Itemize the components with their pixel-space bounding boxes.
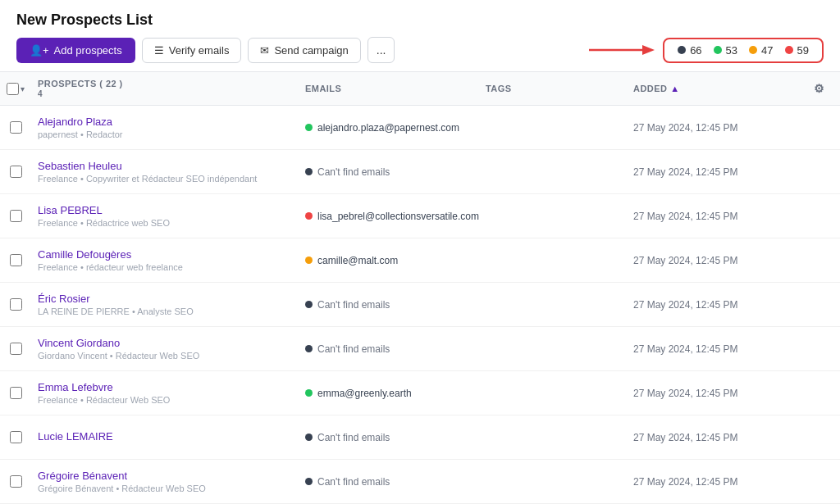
prospect-name[interactable]: Éric Rosier — [38, 293, 292, 305]
added-cell: 27 May 2024, 12:45 PM — [627, 343, 807, 355]
stats-wrapper: 66 53 47 59 — [589, 38, 824, 63]
prospect-subtitle: papernest • Redactor — [38, 129, 292, 139]
prospect-subtitle: Freelance • Rédactrice web SEO — [38, 218, 292, 228]
yellow-dot — [749, 46, 757, 54]
prospect-cell: Grégoire Bénavent Grégoire Bénavent • Ré… — [31, 470, 299, 493]
row-checkbox-cell[interactable] — [0, 121, 31, 134]
more-options-button[interactable]: ... — [368, 37, 395, 63]
table-row: Grégoire Bénavent Grégoire Bénavent • Ré… — [0, 460, 840, 504]
prospect-name[interactable]: Grégoire Bénavent — [38, 470, 292, 482]
table-row: Alejandro Plaza papernest • Redactor ale… — [0, 106, 840, 150]
table-header: ▾ PROSPECTS ( 22 ) 4 EMAILS TAGS ADDED ▲… — [0, 71, 840, 106]
stat-red: 59 — [785, 44, 809, 57]
row-checkbox[interactable] — [10, 387, 22, 399]
stat-yellow: 47 — [749, 44, 773, 57]
row-checkbox[interactable] — [10, 210, 22, 222]
email-cell: Can't find emails — [299, 299, 479, 311]
table-row: Vincent Giordano Giordano Vincent • Réda… — [0, 327, 840, 371]
red-arrow — [589, 40, 655, 60]
row-checkbox-cell[interactable] — [0, 298, 31, 311]
prospect-subtitle: Freelance • Copywriter et Rédacteur SEO … — [38, 174, 292, 184]
table-row: Lucie LEMAIRE Can't find emails 27 May 2… — [0, 415, 840, 460]
row-checkbox[interactable] — [10, 298, 22, 311]
row-checkbox-cell[interactable] — [0, 475, 31, 488]
added-header[interactable]: ADDED ▲ — [627, 84, 807, 93]
tags-header: TAGS — [479, 84, 627, 93]
toolbar: 👤+ Add prospects ☰ Verify emails ✉ Send … — [0, 37, 840, 71]
table-row: Éric Rosier LA REINE DE PIERRE • Analyst… — [0, 283, 840, 327]
row-checkbox[interactable] — [10, 343, 22, 355]
add-prospects-button[interactable]: 👤+ Add prospects — [16, 38, 135, 63]
stat-green: 53 — [714, 44, 737, 57]
prospect-name[interactable]: Vincent Giordano — [38, 337, 292, 349]
filter-icon: ⚙ — [814, 82, 824, 95]
email-cell: Can't find emails — [299, 166, 479, 178]
added-cell: 27 May 2024, 12:45 PM — [627, 255, 807, 266]
prospect-cell: Éric Rosier LA REINE DE PIERRE • Analyst… — [31, 293, 299, 316]
row-checkbox[interactable] — [10, 431, 22, 443]
dark-dot — [678, 46, 686, 54]
prospect-subtitle: Freelance • rédacteur web freelance — [38, 262, 292, 272]
email-cell: Can't find emails — [299, 432, 479, 443]
send-icon: ✉ — [260, 44, 269, 57]
check-icon: ☰ — [154, 44, 164, 57]
row-checkbox-cell[interactable] — [0, 254, 31, 266]
prospect-subtitle: Freelance • Rédacteur Web SEO — [38, 395, 292, 405]
prospect-cell: Vincent Giordano Giordano Vincent • Réda… — [31, 337, 299, 361]
row-checkbox[interactable] — [10, 475, 22, 488]
added-cell: 27 May 2024, 12:45 PM — [627, 122, 807, 134]
prospect-subtitle: LA REINE DE PIERRE • Analyste SEO — [38, 306, 292, 316]
filter-header[interactable]: ⚙ — [807, 82, 840, 95]
row-checkbox-cell[interactable] — [0, 387, 31, 399]
email-cell: alejandro.plaza@papernest.com — [299, 122, 479, 134]
emails-header: EMAILS — [299, 84, 479, 93]
prospects-header: PROSPECTS ( 22 ) 4 — [31, 79, 299, 98]
page-title: New Prospects List — [0, 0, 840, 37]
table-row: Sebastien Heuleu Freelance • Copywriter … — [0, 150, 840, 194]
prospect-cell: Alejandro Plaza papernest • Redactor — [31, 116, 299, 139]
row-checkbox-cell[interactable] — [0, 166, 31, 178]
green-dot — [714, 46, 722, 54]
prospect-cell: Emma Lefebvre Freelance • Rédacteur Web … — [31, 381, 299, 405]
verify-emails-button[interactable]: ☰ Verify emails — [142, 38, 242, 63]
stat-dark: 66 — [678, 44, 701, 57]
select-all-checkbox[interactable] — [7, 83, 19, 95]
prospect-name[interactable]: Alejandro Plaza — [38, 116, 292, 128]
row-checkbox-cell[interactable] — [0, 210, 31, 222]
added-cell: 27 May 2024, 12:45 PM — [627, 476, 807, 488]
added-cell: 27 May 2024, 12:45 PM — [627, 211, 807, 222]
prospect-name[interactable]: Emma Lefebvre — [38, 381, 292, 393]
header-checkbox-cell[interactable]: ▾ — [0, 83, 31, 95]
table-row: Lisa PEBREL Freelance • Rédactrice web S… — [0, 194, 840, 238]
table-row: Emma Lefebvre Freelance • Rédacteur Web … — [0, 371, 840, 415]
row-checkbox[interactable] — [10, 121, 22, 134]
prospect-name[interactable]: Lisa PEBREL — [38, 204, 292, 216]
prospect-name[interactable]: Sebastien Heuleu — [38, 160, 292, 172]
added-cell: 27 May 2024, 12:45 PM — [627, 388, 807, 399]
row-checkbox[interactable] — [10, 254, 22, 266]
email-cell: lisa_pebrel@collectionsversatile.com — [299, 211, 479, 222]
email-cell: camille@malt.com — [299, 255, 479, 266]
sort-icon: ▲ — [670, 84, 679, 93]
prospect-cell: Camille Defougères Freelance • rédacteur… — [31, 248, 299, 272]
send-campaign-button[interactable]: ✉ Send campaign — [248, 38, 360, 63]
stats-box: 66 53 47 59 — [663, 38, 824, 63]
row-checkbox-cell[interactable] — [0, 343, 31, 355]
prospect-name[interactable]: Lucie LEMAIRE — [38, 430, 292, 443]
row-checkbox[interactable] — [10, 166, 22, 178]
table-body: Alejandro Plaza papernest • Redactor ale… — [0, 106, 840, 504]
prospect-cell: Sebastien Heuleu Freelance • Copywriter … — [31, 160, 299, 184]
email-cell: Can't find emails — [299, 476, 479, 488]
added-cell: 27 May 2024, 12:45 PM — [627, 432, 807, 443]
prospect-subtitle: Grégoire Bénavent • Rédacteur Web SEO — [38, 484, 292, 493]
prospect-subtitle: Giordano Vincent • Rédacteur Web SEO — [38, 351, 292, 361]
email-cell: emma@greenly.earth — [299, 388, 479, 399]
prospect-cell: Lisa PEBREL Freelance • Rédactrice web S… — [31, 204, 299, 228]
email-cell: Can't find emails — [299, 343, 479, 355]
added-cell: 27 May 2024, 12:45 PM — [627, 299, 807, 311]
add-person-icon: 👤+ — [30, 44, 49, 57]
row-checkbox-cell[interactable] — [0, 431, 31, 443]
red-dot — [785, 46, 793, 54]
prospect-name[interactable]: Camille Defougères — [38, 248, 292, 261]
prospect-cell: Lucie LEMAIRE — [31, 430, 299, 444]
